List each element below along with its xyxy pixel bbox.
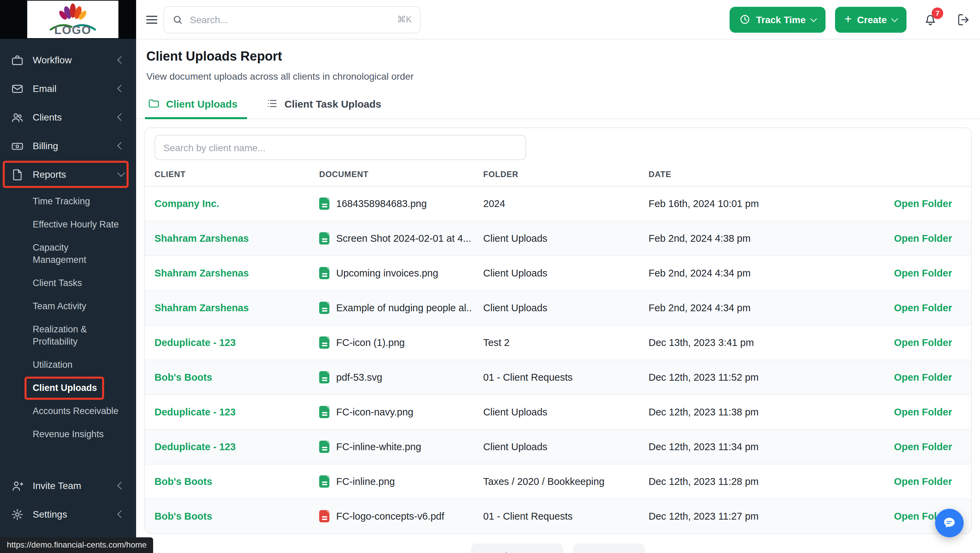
logout-button[interactable]	[956, 12, 971, 27]
client-name-link[interactable]: Deduplicate - 123	[154, 406, 319, 418]
sidebar-item-invite-team[interactable]: Invite Team	[0, 471, 136, 500]
create-label: Create	[857, 14, 887, 25]
client-name-link[interactable]: Company Inc.	[154, 198, 319, 209]
tab-client-task-uploads[interactable]: Client Task Uploads	[265, 93, 383, 118]
client-name-link[interactable]: Bob's Boots	[154, 476, 319, 487]
logout-icon	[956, 12, 971, 27]
folder-cell: Client Uploads	[483, 233, 649, 244]
topbar: ⌘K Track Time + Create	[136, 0, 980, 40]
sidebar-item-workflow[interactable]: Workflow	[0, 46, 136, 74]
sidebar-subitem[interactable]: Accounts Receivable	[0, 400, 136, 423]
hamburger-menu-button[interactable]	[144, 12, 159, 27]
document-cell: FC-inline.png	[319, 475, 483, 488]
tab-client-uploads[interactable]: Client Uploads	[146, 93, 239, 118]
table-row[interactable]: Deduplicate - 123 FC-icon (1).png Test 2…	[145, 325, 971, 360]
sidebar-subitem[interactable]: Team Activity	[0, 295, 136, 318]
file-icon	[319, 267, 329, 279]
client-name-link[interactable]: Shahram Zarshenas	[154, 268, 319, 279]
sidebar-subitem[interactable]: Client Uploads	[0, 377, 136, 400]
client-name-link[interactable]: Shahram Zarshenas	[154, 302, 319, 313]
table-row[interactable]: Shahram Zarshenas Example of nudging peo…	[145, 291, 971, 325]
sidebar-subitem[interactable]: Revenue Insights	[0, 423, 136, 446]
table-row[interactable]: Bob's Boots FC-logo-concepts-v6.pdf 01 -…	[145, 499, 971, 533]
document-name: FC-icon-navy.png	[336, 406, 414, 418]
page-content: Client Uploads Report View document uplo…	[136, 40, 980, 553]
document-cell: Upcoming invoices.png	[319, 267, 483, 279]
sidebar-item-email[interactable]: Email	[0, 74, 136, 103]
table-row[interactable]: Bob's Boots FC-inline.png Taxes / 2020 /…	[145, 464, 971, 499]
sidebar-subitem[interactable]: Time Tracking	[0, 190, 136, 213]
chevron-down-icon	[810, 15, 817, 22]
search-shortcut-hint: ⌘K	[397, 14, 412, 24]
table-row[interactable]: Deduplicate - 123 FC-icon-navy.png Clien…	[145, 395, 971, 430]
open-folder-link[interactable]: Open Folder	[894, 302, 952, 313]
open-folder-link[interactable]: Open Folder	[894, 406, 952, 418]
next-page-button[interactable]: Next page	[573, 543, 645, 553]
previous-page-button[interactable]: Previous Page	[471, 543, 564, 553]
uploads-table-body: Company Inc. 1684358984683.png 2024 Feb …	[145, 186, 971, 533]
table-row[interactable]: Shahram Zarshenas Upcoming invoices.png …	[145, 256, 971, 291]
sidebar-subitem[interactable]: Effective Hourly Rate	[0, 213, 136, 236]
date-cell: Feb 16th, 2024 10:01 pm	[649, 198, 877, 209]
annotation-box-client-uploads	[24, 377, 104, 400]
sidebar-item-reports[interactable]: Reports	[0, 160, 136, 189]
folder-cell: Client Uploads	[483, 302, 649, 313]
client-name-link[interactable]: Deduplicate - 123	[154, 337, 319, 348]
client-name-link[interactable]: Deduplicate - 123	[154, 441, 319, 452]
sidebar-subitem[interactable]: Client Tasks	[0, 272, 136, 295]
sidebar-subitem[interactable]: Realization & Profitability	[0, 318, 136, 354]
folder-cell: Taxes / 2020 / Bookkeeping	[483, 476, 649, 487]
open-folder-link[interactable]: Open Folder	[894, 441, 952, 452]
clock-icon	[739, 14, 751, 25]
sidebar-item-settings[interactable]: Settings	[0, 500, 136, 529]
sidebar-subitem[interactable]: Capacity Management	[0, 236, 136, 272]
track-time-label: Track Time	[756, 14, 806, 25]
document-name: Screen Shot 2024-02-01 at 4....	[336, 233, 471, 244]
column-header-folder: FOLDER	[483, 170, 649, 179]
search-input[interactable]	[189, 13, 392, 25]
client-name-link[interactable]: Bob's Boots	[154, 372, 319, 383]
open-folder-link[interactable]: Open Folder	[894, 337, 952, 348]
open-folder-link[interactable]: Open Folder	[894, 198, 952, 209]
file-icon	[319, 371, 329, 383]
client-name-link[interactable]: Shahram Zarshenas	[154, 233, 319, 244]
sidebar-subitem-label: Capacity Management	[33, 242, 86, 266]
table-row[interactable]: Shahram Zarshenas Screen Shot 2024-02-01…	[145, 222, 971, 256]
table-row[interactable]: Bob's Boots pdf-53.svg 01 - Client Reque…	[145, 360, 971, 395]
sidebar-subitem-label: Time Tracking	[33, 196, 90, 208]
file-icon	[319, 406, 329, 418]
date-cell: Dec 12th, 2023 11:38 pm	[649, 406, 877, 418]
chat-bubble-icon	[942, 516, 957, 531]
sidebar-nav: Workflow Email Clients	[0, 39, 136, 553]
sidebar-item-billing[interactable]: Billing	[0, 131, 136, 160]
open-folder-link[interactable]: Open Folder	[894, 476, 952, 487]
client-filter-input[interactable]	[154, 135, 526, 160]
sidebar-subitem-label: Team Activity	[33, 300, 86, 312]
document-name: FC-logo-concepts-v6.pdf	[336, 511, 444, 522]
client-name-link[interactable]: Bob's Boots	[154, 511, 319, 522]
page-title: Client Uploads Report	[146, 49, 970, 64]
sidebar-item-clients[interactable]: Clients	[0, 103, 136, 131]
chevron-left-icon	[118, 56, 125, 64]
create-button[interactable]: + Create	[835, 6, 907, 32]
open-folder-link[interactable]: Open Folder	[894, 372, 952, 383]
chevron-left-icon	[118, 85, 125, 92]
open-folder-link[interactable]: Open Folder	[894, 268, 952, 279]
open-folder-link[interactable]: Open Folder	[894, 233, 952, 244]
file-icon	[319, 475, 329, 488]
sidebar-subitem[interactable]: Utilization	[0, 354, 136, 377]
logo-graphic: LOGO	[41, 2, 104, 37]
chevron-left-icon	[118, 142, 125, 150]
track-time-button[interactable]: Track Time	[730, 6, 826, 32]
table-row[interactable]: Deduplicate - 123 FC-inline-white.png Cl…	[145, 430, 971, 464]
document-cell: FC-inline-white.png	[319, 441, 483, 453]
sidebar: LOGO Workflow Email	[0, 0, 136, 553]
notifications-button[interactable]: 7	[923, 12, 938, 27]
sidebar-subitem-label: Effective Hourly Rate	[33, 218, 119, 231]
sidebar-item-label: Billing	[33, 140, 58, 151]
column-header-document: DOCUMENT	[319, 170, 483, 179]
chat-widget-button[interactable]	[935, 509, 964, 537]
logo[interactable]: LOGO	[27, 1, 118, 38]
sidebar-subitem-label: Accounts Receivable	[33, 405, 118, 418]
table-row[interactable]: Company Inc. 1684358984683.png 2024 Feb …	[145, 186, 971, 222]
